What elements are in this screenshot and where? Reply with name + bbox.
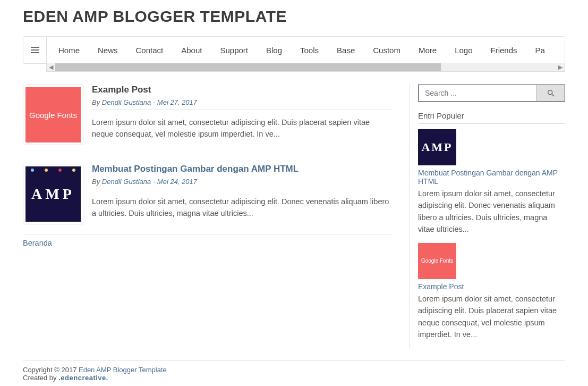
nav-item-contact[interactable]: Contact [136, 46, 164, 55]
hamburger-icon [31, 47, 39, 53]
popular-title[interactable]: Membuat Postingan Gambar dengan AMP HTML [418, 169, 565, 186]
post-thumbnail[interactable]: Google Fonts [23, 85, 83, 145]
created-by-text: Created by [23, 374, 58, 382]
popular-title[interactable]: Example Post [418, 282, 565, 291]
copyright-text: Copyright © 2017 [23, 366, 79, 374]
footer-site-link[interactable]: Eden AMP Blogger Template [79, 366, 167, 374]
post-title[interactable]: Example Post [92, 85, 393, 95]
post-item: Google FontsExample PostBy Dendii Gustia… [23, 85, 393, 155]
svg-line-1 [552, 94, 554, 96]
nav-item-logo[interactable]: Logo [455, 46, 472, 55]
post-title[interactable]: Membuat Postingan Gambar dengan AMP HTML [92, 164, 393, 174]
popular-item: Google FontsExample PostLorem ipsum dolo… [418, 243, 565, 341]
nav-item-news[interactable]: News [98, 46, 118, 55]
search-box [418, 85, 565, 102]
post-byline: By Dendii Gustiana - Mei 24, 2017 [92, 178, 393, 189]
popular-widget-title: Entri Populer [418, 111, 565, 124]
nav-item-more[interactable]: More [419, 46, 437, 55]
popular-thumbnail[interactable]: Google Fonts [418, 243, 456, 279]
popular-item: AMPMembuat Postingan Gambar dengan AMP H… [418, 129, 565, 236]
scroll-right-icon[interactable]: ▶ [556, 63, 565, 72]
nav-item-tools[interactable]: Tools [300, 46, 319, 55]
post-thumbnail[interactable]: AMP [23, 164, 83, 224]
nav-item-custom[interactable]: Custom [373, 46, 400, 55]
post-author-link[interactable]: Dendii Gustiana [102, 98, 151, 106]
nav-item-pa[interactable]: Pa [535, 46, 545, 55]
scroll-left-icon[interactable]: ◀ [47, 63, 55, 72]
post-date-link[interactable]: Mei 24, 2017 [157, 178, 197, 186]
footer: Copyright © 2017 Eden AMP Blogger Templa… [23, 360, 565, 382]
footer-brand-link[interactable]: .edencreative. [58, 374, 108, 382]
post-excerpt: Lorem ipsum dolor sit amet, consectetur … [92, 116, 393, 140]
search-icon [547, 89, 555, 97]
menu-toggle[interactable] [23, 37, 47, 63]
popular-excerpt: Lorem ipsum dolor sit amet, consectetur … [418, 293, 565, 341]
nav-item-about[interactable]: About [181, 46, 202, 55]
post-item: AMPMembuat Postingan Gambar dengan AMP H… [23, 164, 393, 234]
search-button[interactable] [536, 85, 565, 101]
scroll-thumb[interactable] [55, 63, 441, 71]
main-nav: HomeNewsContactAboutSupportBlogToolsBase… [23, 36, 565, 64]
home-link[interactable]: Beranda [23, 239, 52, 247]
post-author-link[interactable]: Dendii Gustiana [102, 178, 151, 186]
nav-item-support[interactable]: Support [220, 46, 248, 55]
svg-point-0 [548, 90, 552, 95]
site-title: EDEN AMP BLOGGER TEMPLATE [23, 0, 565, 36]
post-excerpt: Lorem ipsum dolor sit amet, consectetur … [92, 196, 393, 220]
nav-item-home[interactable]: Home [58, 46, 80, 55]
nav-scrollbar[interactable]: ◀ ▶ [46, 63, 565, 72]
nav-item-friends[interactable]: Friends [491, 46, 517, 55]
popular-excerpt: Lorem ipsum dolor sit amet, consectetur … [418, 188, 565, 236]
post-date-link[interactable]: Mei 27, 2017 [157, 98, 197, 106]
scroll-track[interactable] [55, 63, 556, 71]
search-input[interactable] [419, 85, 536, 101]
popular-thumbnail[interactable]: AMP [418, 129, 456, 165]
post-byline: By Dendii Gustiana - Mei 27, 2017 [92, 98, 393, 110]
nav-item-base[interactable]: Base [337, 46, 355, 55]
nav-item-blog[interactable]: Blog [266, 46, 282, 55]
